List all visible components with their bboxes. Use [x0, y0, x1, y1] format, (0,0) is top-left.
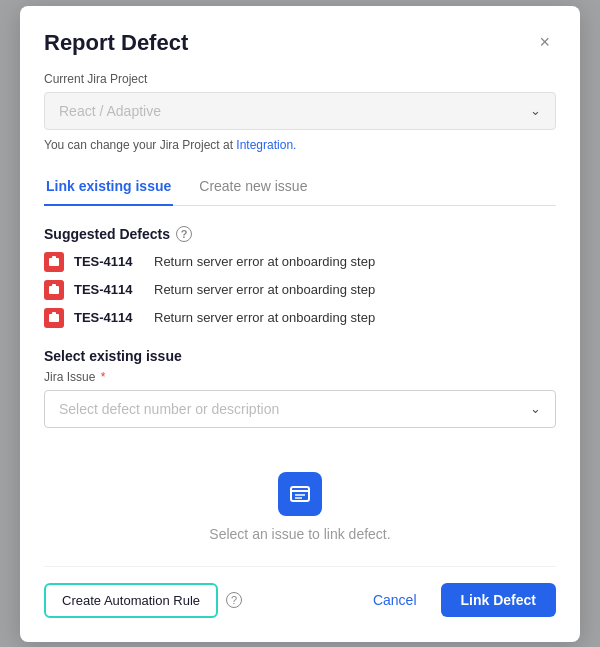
modal-overlay: Report Defect × Current Jira Project Rea… [0, 0, 600, 647]
footer-help-icon[interactable]: ? [226, 592, 242, 608]
defect-text: Return server error at onboarding step [154, 282, 375, 297]
defect-bug-icon [44, 252, 64, 272]
svg-rect-4 [49, 314, 59, 322]
integration-info: You can change your Jira Project at Inte… [44, 138, 556, 152]
integration-link[interactable]: Integration. [236, 138, 296, 152]
svg-rect-5 [52, 312, 56, 315]
modal-container: Report Defect × Current Jira Project Rea… [20, 6, 580, 642]
modal-header: Report Defect × [44, 30, 556, 56]
defect-id: TES-4114 [74, 282, 144, 297]
svg-rect-2 [49, 286, 59, 294]
tab-link-existing[interactable]: Link existing issue [44, 168, 173, 206]
suggested-defects-section: Suggested Defects ? [44, 226, 556, 242]
empty-state-text: Select an issue to link defect. [209, 526, 390, 542]
jira-issue-chevron: ⌄ [530, 401, 541, 416]
modal-footer: Create Automation Rule ? Cancel Link Def… [44, 566, 556, 618]
jira-issue-dropdown[interactable]: Select defect number or description ⌄ [44, 390, 556, 428]
list-item[interactable]: TES-4114 Return server error at onboardi… [44, 252, 556, 272]
defect-bug-icon [44, 308, 64, 328]
jira-issue-placeholder: Select defect number or description [59, 401, 279, 417]
defect-text: Return server error at onboarding step [154, 310, 375, 325]
jira-issue-label: Jira Issue * [44, 370, 556, 384]
link-defect-button[interactable]: Link Defect [441, 583, 556, 617]
tab-create-new[interactable]: Create new issue [197, 168, 309, 206]
close-button[interactable]: × [533, 30, 556, 55]
list-item[interactable]: TES-4114 Return server error at onboardi… [44, 280, 556, 300]
footer-left: Create Automation Rule ? [44, 583, 242, 618]
jira-project-dropdown[interactable]: React / Adaptive ⌄ [44, 92, 556, 130]
jira-project-chevron: ⌄ [530, 103, 541, 118]
defect-id: TES-4114 [74, 254, 144, 269]
list-item[interactable]: TES-4114 Return server error at onboardi… [44, 308, 556, 328]
create-automation-rule-button[interactable]: Create Automation Rule [44, 583, 218, 618]
defect-list: TES-4114 Return server error at onboardi… [44, 252, 556, 328]
required-marker: * [101, 370, 106, 384]
svg-rect-1 [52, 256, 56, 259]
footer-right: Cancel Link Defect [361, 583, 556, 617]
suggested-defects-help-icon[interactable]: ? [176, 226, 192, 242]
jira-project-value: React / Adaptive [59, 103, 161, 119]
jira-project-label: Current Jira Project [44, 72, 556, 86]
cancel-button[interactable]: Cancel [361, 584, 429, 616]
empty-state: Select an issue to link defect. [44, 448, 556, 558]
empty-state-icon [278, 472, 322, 516]
modal-title: Report Defect [44, 30, 188, 56]
tab-bar: Link existing issue Create new issue [44, 168, 556, 206]
svg-rect-3 [52, 284, 56, 287]
defect-bug-icon [44, 280, 64, 300]
defect-id: TES-4114 [74, 310, 144, 325]
svg-rect-0 [49, 258, 59, 266]
defect-text: Return server error at onboarding step [154, 254, 375, 269]
select-existing-title: Select existing issue [44, 348, 556, 364]
svg-rect-6 [291, 487, 309, 501]
